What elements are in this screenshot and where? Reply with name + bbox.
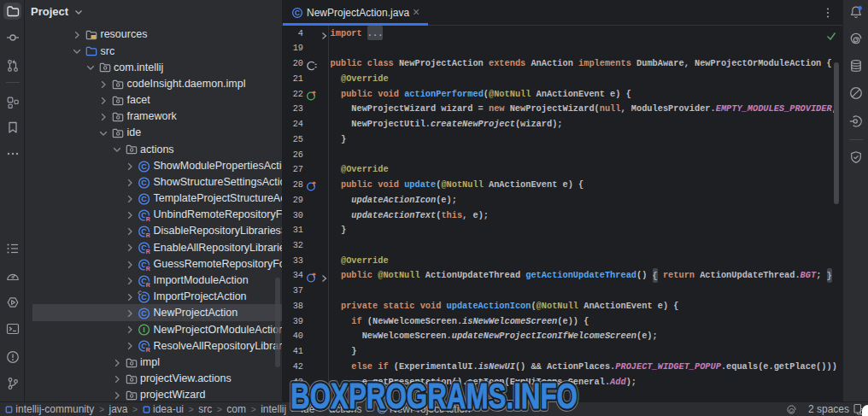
svg-text:C: C — [141, 195, 147, 203]
svg-text:C: C — [141, 293, 147, 302]
svg-text:C: C — [141, 162, 147, 171]
svg-text:I: I — [143, 325, 145, 334]
svg-text:C: C — [295, 9, 300, 17]
svg-text:R: R — [146, 265, 150, 271]
svg-text:C: C — [141, 179, 147, 187]
svg-text:R: R — [146, 249, 150, 255]
svg-text:C: C — [141, 309, 147, 318]
svg-text:R: R — [146, 281, 150, 287]
svg-text:BOXPROGRAMS.INFO: BOXPROGRAMS.INFO — [290, 375, 578, 416]
svg-text:R: R — [146, 347, 150, 353]
svg-text:R: R — [146, 232, 150, 238]
svg-text:R: R — [146, 216, 150, 222]
